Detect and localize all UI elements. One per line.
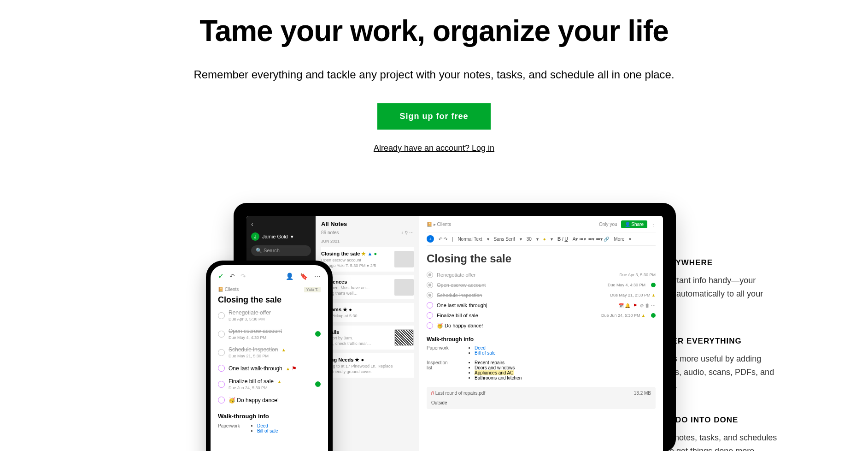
more-icon[interactable]: ⋮ <box>651 222 656 227</box>
back-icon[interactable]: ‹ <box>251 220 311 228</box>
device-mockups: ‹ J Jamie Gold ▾ 🔍 Search + New▾ All Not… <box>91 203 579 451</box>
task-item[interactable]: 🥳 Do happy dance! <box>218 395 321 405</box>
month-label: JUN 2021 <box>321 239 414 243</box>
link[interactable]: Bill of sale <box>475 350 496 356</box>
note-list-title: All Notes <box>321 220 414 227</box>
task-item[interactable]: Schedule inspectionDue May 21, 2:30 PM ▲ <box>427 290 656 300</box>
login-link[interactable]: Already have an account? Log in <box>0 143 868 153</box>
search-input[interactable]: 🔍 Search <box>251 245 311 256</box>
task-item[interactable]: Schedule inspection ▲Due May 21, 5:30 PM <box>218 344 321 360</box>
note-count: 86 notes <box>321 230 339 235</box>
hero-section: Tame your work, organize your life Remem… <box>0 0 868 153</box>
link[interactable]: Deed <box>257 423 268 428</box>
note-card[interactable]: Closing the sale ★ ▲ ●Open escrow accoun… <box>321 247 414 272</box>
user-name: Jamie Gold <box>262 234 288 239</box>
check-icon[interactable]: ✓ <box>218 272 224 280</box>
list-item: Recent repairs <box>475 360 522 365</box>
redo-icon[interactable]: ↷ <box>240 273 246 280</box>
attachment-card[interactable]: ⎙ Last round of repairs.pdf13.2 MB Outsi… <box>427 387 656 409</box>
inspection-label: Inspection list <box>427 360 454 380</box>
phone-toolbar: ✓ ↶ ↷ 👤 🔖 ⋯ <box>218 272 321 280</box>
link[interactable]: Bill of sale <box>257 428 278 433</box>
paperwork-label: Paperwork <box>427 345 454 356</box>
phone-frame: ✓ ↶ ↷ 👤 🔖 ⋯ 📔 Clients Yuki T. Closing th… <box>206 261 333 451</box>
task-item[interactable]: Open escrow accountDue May 4, 4:30 PM <box>427 280 656 290</box>
task-item[interactable]: Finalize bill of sale ▲Due Jun 24, 5:30 … <box>218 376 321 392</box>
note-title[interactable]: Closing the sale <box>218 295 321 305</box>
chevron-down-icon: ▾ <box>291 234 293 240</box>
more-icon[interactable]: ⋯ <box>314 273 321 280</box>
signup-button[interactable]: Sign up for free <box>377 103 490 130</box>
note-editor: 📔 ▸ Clients Only you 👤 Share ⋮ + ↶ ↷| No… <box>419 216 663 451</box>
note-title[interactable]: Closing the sale <box>427 252 656 265</box>
avatar: J <box>251 232 259 241</box>
insert-button[interactable]: + <box>427 235 434 243</box>
task-item[interactable]: One last walk-through ▲ ⚑ <box>218 363 321 374</box>
task-item[interactable]: Finalize bill of saleDue Jun 24, 5:30 PM… <box>427 310 656 320</box>
hero-title: Tame your work, organize your life <box>0 14 868 48</box>
paperwork-label: Paperwork <box>218 423 243 433</box>
section-heading: Walk-through info <box>218 413 321 420</box>
hero-subtitle: Remember everything and tackle any proje… <box>0 66 868 83</box>
note-card[interactable]: …ferences …kitchen. Must have an……thing … <box>321 275 414 299</box>
link[interactable]: Deed <box>475 345 486 350</box>
only-you-label: Only you <box>599 222 617 227</box>
filter-icons[interactable]: ↕ ⚲ ⋯ <box>401 230 414 235</box>
editor-toolbar[interactable]: + ↶ ↷| Normal Text▾ Sans Serif▾ 30▾ ●▾ B… <box>427 232 656 246</box>
task-item[interactable]: One last walk-through|📅 🔔 ⚑ ⊘ 🗑 ⋯ <box>427 300 656 310</box>
task-item[interactable]: Open escrow account Due May 4, 4:30 PM <box>218 326 321 342</box>
share-button[interactable]: 👤 Share <box>621 220 647 228</box>
share-icon[interactable]: 👤 <box>286 273 293 280</box>
note-card[interactable]: …grams ★ ● …e · Pickup at 5:30 <box>321 303 414 322</box>
list-item: Doors and windows <box>475 365 522 370</box>
task-item[interactable]: Renegotiate offerDue Apr 3, 5:30 PM <box>427 270 656 280</box>
list-item: Appliances and AC <box>475 370 522 375</box>
note-card[interactable]: …ping Needs ★ ● …osing to at 17 Pinewood… <box>321 353 414 378</box>
breadcrumb[interactable]: 📔 Clients <box>218 287 239 292</box>
undo-icon[interactable]: ↶ <box>229 273 235 280</box>
user-menu[interactable]: J Jamie Gold ▾ <box>251 232 311 241</box>
note-card[interactable]: …etails …airport by 3am.…sent, check tra… <box>321 326 414 350</box>
collaborator-tag[interactable]: Yuki T. <box>304 287 321 292</box>
tag-icon[interactable]: 🔖 <box>300 273 308 280</box>
task-item[interactable]: Renegotiate offer Due Apr 3, 5:30 PM <box>218 308 321 323</box>
list-item: Bathrooms and kitchen <box>475 375 522 380</box>
task-item[interactable]: 🥳 Do happy dance! <box>427 320 656 331</box>
section-heading: Walk-through info <box>427 336 656 343</box>
breadcrumb[interactable]: 📔 ▸ Clients <box>427 222 451 227</box>
